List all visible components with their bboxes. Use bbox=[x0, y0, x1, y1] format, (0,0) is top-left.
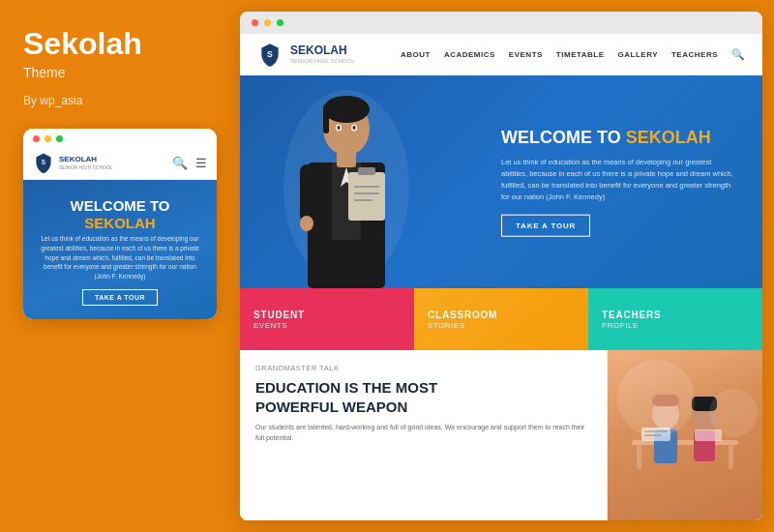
mobile-hero-desc: Let us think of education as the means o… bbox=[37, 234, 203, 281]
mobile-preview: S SEKOLAH SENIOR HIGH SCHOOL 🔍 ☰ WELCOME… bbox=[23, 129, 217, 319]
nav-about[interactable]: ABOUT bbox=[401, 50, 431, 59]
dot-yellow bbox=[45, 135, 51, 142]
svg-text:S: S bbox=[42, 159, 46, 165]
nav-timetable[interactable]: TIMETABLE bbox=[556, 50, 605, 59]
desktop-preview-inner: S SEKOLAH SENIOR HIGH SCHOOL ABOUT ACADE… bbox=[240, 34, 762, 520]
desktop-logo-area: S SEKOLAH SENIOR HIGH SCHOOL bbox=[257, 42, 355, 67]
desktop-dot-red bbox=[252, 19, 258, 26]
desktop-logo-text-block: SEKOLAH SENIOR HIGH SCHOOL bbox=[290, 44, 355, 63]
mobile-hero-welcome: WELCOME TO SEKOLAH bbox=[70, 197, 169, 232]
desktop-preview-content: S SEKOLAH SENIOR HIGH SCHOOL ABOUT ACADE… bbox=[240, 34, 762, 520]
mobile-logo-text-block: SEKOLAH SENIOR HIGH SCHOOL bbox=[59, 156, 113, 170]
svg-rect-15 bbox=[358, 167, 375, 175]
content-body: Our students are talented, hard-working … bbox=[255, 422, 591, 443]
hero-title: WELCOME TO SEKOLAH bbox=[501, 128, 733, 149]
author-label: By wp_asia bbox=[23, 94, 217, 107]
left-panel: Sekolah Theme By wp_asia S SEKOLAH SENIO… bbox=[0, 0, 240, 532]
svg-point-20 bbox=[300, 216, 313, 231]
desktop-top-bar bbox=[240, 12, 762, 34]
feature-box-1-title: STUDENT bbox=[253, 310, 401, 320]
mobile-top-bar bbox=[23, 129, 217, 146]
nav-events[interactable]: EVENTS bbox=[509, 50, 543, 59]
hero-brand-name: SEKOLAH bbox=[626, 128, 711, 147]
hero-text-area: WELCOME TO SEKOLAH Let us think of educa… bbox=[501, 128, 733, 237]
content-heading: EDUCATION IS THE MOST POWERFUL WEAPON bbox=[255, 378, 591, 416]
svg-point-8 bbox=[323, 96, 370, 123]
desktop-dot-yellow bbox=[264, 19, 271, 26]
mobile-hero: WELCOME TO SEKOLAH Let us think of educa… bbox=[23, 180, 217, 319]
svg-text:S: S bbox=[267, 49, 273, 59]
desktop-hero: WELCOME TO SEKOLAH Let us think of educa… bbox=[240, 75, 762, 288]
feature-box-3-sub: PROFILE bbox=[602, 321, 749, 330]
svg-point-12 bbox=[338, 126, 341, 130]
hero-person-image bbox=[269, 85, 424, 288]
mobile-search-icon[interactable]: 🔍 bbox=[172, 156, 188, 170]
feature-boxes: STUDENT EVENTS CLASSROOM STORIES TEACHER… bbox=[240, 288, 762, 350]
content-tag: Grandmaster Talk bbox=[255, 364, 591, 372]
students-shapes bbox=[608, 350, 762, 520]
feature-box-classroom-stories[interactable]: CLASSROOM STORIES bbox=[414, 288, 588, 350]
desktop-navbar-wrapper: S SEKOLAH SENIOR HIGH SCHOOL ABOUT ACADE… bbox=[240, 34, 762, 75]
feature-box-2-sub: STORIES bbox=[428, 321, 575, 330]
desktop-shield-icon: S bbox=[257, 42, 283, 67]
feature-box-student-events[interactable]: STUDENT EVENTS bbox=[240, 288, 414, 350]
feature-box-2-title: CLASSROOM bbox=[428, 310, 575, 320]
dot-green bbox=[56, 135, 63, 142]
nav-academics[interactable]: ACADEMICS bbox=[444, 50, 495, 59]
right-panel: S SEKOLAH SENIOR HIGH SCHOOL ABOUT ACADE… bbox=[240, 12, 762, 520]
mobile-navbar: S SEKOLAH SENIOR HIGH SCHOOL 🔍 ☰ bbox=[23, 146, 217, 180]
students-image bbox=[608, 350, 762, 520]
mobile-shield-icon: S bbox=[33, 152, 54, 173]
nav-teachers[interactable]: TEACHERS bbox=[671, 50, 718, 59]
desktop-search-icon[interactable]: 🔍 bbox=[731, 48, 745, 61]
desktop-nav-links: ABOUT ACADEMICS EVENTS TIMETABLE GALLERY… bbox=[401, 48, 745, 61]
desktop-take-tour-button[interactable]: TAKE A TOUR bbox=[501, 214, 590, 236]
svg-rect-14 bbox=[348, 172, 385, 221]
content-right-image bbox=[608, 350, 762, 520]
mobile-menu-icon[interactable]: ☰ bbox=[195, 156, 207, 170]
mobile-nav-icons[interactable]: 🔍 ☰ bbox=[172, 156, 207, 170]
svg-point-13 bbox=[353, 126, 356, 130]
mobile-logo-area: S SEKOLAH SENIOR HIGH SCHOOL bbox=[33, 152, 113, 173]
theme-label: Theme bbox=[23, 65, 217, 80]
content-section: Grandmaster Talk EDUCATION IS THE MOST P… bbox=[240, 350, 762, 520]
feature-box-1-sub: EVENTS bbox=[253, 321, 401, 330]
nav-gallery[interactable]: GALLERY bbox=[618, 50, 658, 59]
svg-rect-9 bbox=[323, 104, 329, 133]
desktop-dot-green bbox=[277, 19, 283, 26]
desktop-navbar: S SEKOLAH SENIOR HIGH SCHOOL ABOUT ACADE… bbox=[240, 34, 762, 75]
dot-red bbox=[33, 135, 40, 142]
content-left: Grandmaster Talk EDUCATION IS THE MOST P… bbox=[240, 350, 608, 520]
hero-person-svg bbox=[279, 85, 414, 288]
mobile-take-tour-button[interactable]: TAKE A TOUR bbox=[82, 289, 158, 306]
feature-box-3-title: TEACHERS bbox=[602, 310, 749, 320]
svg-rect-19 bbox=[300, 164, 313, 222]
hero-description: Let us think of education as the means o… bbox=[501, 156, 733, 202]
theme-title: Sekolah bbox=[23, 27, 217, 61]
feature-box-teachers-profile[interactable]: TEACHERS PROFILE bbox=[588, 288, 762, 350]
